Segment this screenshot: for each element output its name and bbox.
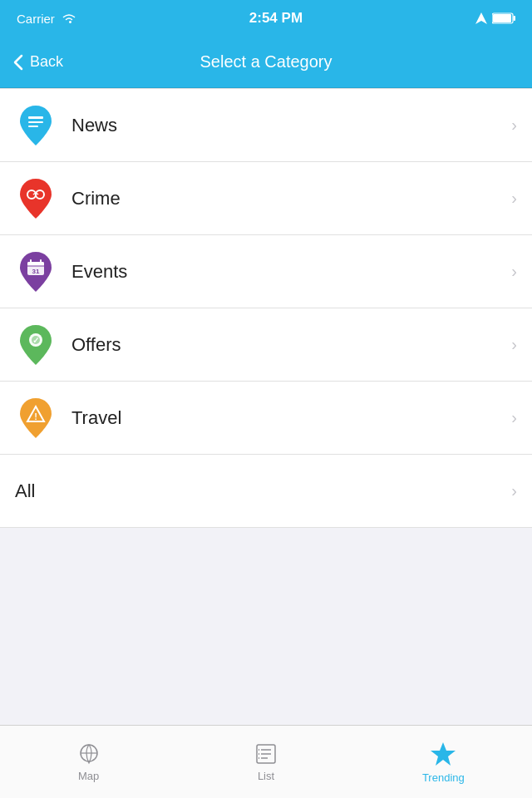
travel-chevron: ›: [511, 408, 517, 427]
svg-marker-0: [475, 12, 487, 24]
all-label: All: [15, 480, 505, 502]
category-item-all[interactable]: All ›: [0, 455, 532, 528]
events-label: Events: [71, 261, 505, 283]
crime-icon: [15, 178, 57, 219]
tab-trending-label: Trending: [422, 771, 465, 784]
category-item-events[interactable]: 31 Events ›: [0, 235, 532, 308]
category-list: News › Crime ›: [0, 88, 532, 528]
svg-rect-4: [28, 116, 43, 119]
news-label: News: [71, 115, 505, 136]
crime-label: Crime: [71, 188, 505, 209]
category-item-crime[interactable]: Crime ›: [0, 162, 532, 235]
offers-label: Offers: [71, 334, 505, 356]
carrier-label: Carrier: [17, 12, 55, 26]
tab-bar: Map List Trending: [0, 725, 532, 798]
tab-map[interactable]: Map: [0, 741, 177, 782]
svg-text:31: 31: [32, 268, 40, 275]
news-icon: [15, 105, 57, 146]
events-icon: 31: [15, 251, 57, 293]
map-icon: [76, 741, 101, 766]
status-time: 2:54 PM: [249, 10, 303, 27]
trending-star-icon: [429, 740, 457, 768]
svg-rect-3: [514, 16, 516, 21]
list-icon: [254, 741, 278, 766]
tab-trending[interactable]: Trending: [355, 740, 532, 784]
category-item-news[interactable]: News ›: [0, 89, 532, 162]
svg-marker-30: [431, 742, 456, 766]
events-chevron: ›: [511, 262, 517, 281]
svg-rect-2: [493, 14, 511, 22]
nav-bar: Back Select a Category: [0, 37, 532, 88]
empty-space: [0, 528, 532, 725]
crime-chevron: ›: [511, 189, 517, 208]
wifi-icon: [62, 12, 76, 24]
travel-label: Travel: [71, 407, 505, 429]
battery-icon: [492, 12, 515, 24]
tab-map-label: Map: [78, 770, 99, 782]
svg-text:✓: ✓: [32, 336, 39, 345]
offers-chevron: ›: [511, 335, 517, 354]
location-icon: [475, 12, 487, 24]
category-item-offers[interactable]: ✓ Offers ›: [0, 308, 532, 382]
all-chevron: ›: [511, 481, 517, 500]
status-bar: Carrier 2:54 PM: [0, 0, 532, 37]
page-content: News › Crime ›: [0, 88, 532, 725]
news-chevron: ›: [511, 116, 517, 135]
tab-list-label: List: [258, 770, 274, 782]
svg-rect-6: [28, 126, 38, 127]
page-title: Select a Category: [80, 52, 452, 71]
travel-icon: !: [15, 397, 57, 439]
svg-text:!: !: [34, 411, 37, 421]
svg-rect-5: [28, 121, 43, 123]
back-button[interactable]: Back: [13, 53, 80, 71]
back-chevron-icon: [13, 54, 23, 71]
tab-list[interactable]: List: [177, 741, 354, 782]
offers-icon: ✓: [15, 324, 57, 366]
back-label: Back: [30, 53, 63, 71]
category-item-travel[interactable]: ! Travel ›: [0, 382, 532, 455]
